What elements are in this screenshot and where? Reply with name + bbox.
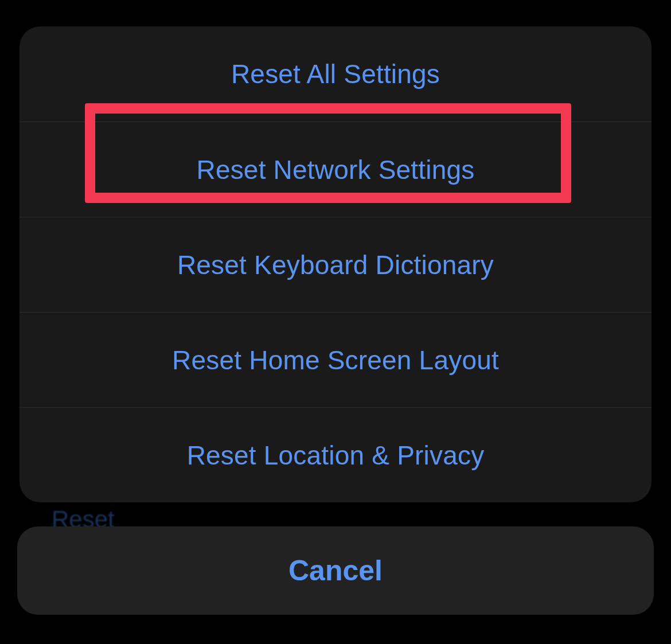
cancel-button[interactable]: Cancel xyxy=(17,526,654,615)
action-sheet-backdrop: Reset Reset All Settings Reset Network S… xyxy=(0,0,671,644)
action-label: Reset All Settings xyxy=(231,58,440,89)
action-label: Reset Home Screen Layout xyxy=(172,345,499,376)
action-label: Reset Location & Privacy xyxy=(187,440,485,471)
reset-home-screen-layout-button[interactable]: Reset Home Screen Layout xyxy=(19,312,652,407)
reset-keyboard-dictionary-button[interactable]: Reset Keyboard Dictionary xyxy=(19,217,652,312)
action-label: Reset Keyboard Dictionary xyxy=(177,249,494,280)
action-label: Reset Network Settings xyxy=(196,154,474,185)
reset-location-privacy-button[interactable]: Reset Location & Privacy xyxy=(19,407,652,502)
cancel-label: Cancel xyxy=(288,554,383,587)
reset-network-settings-button[interactable]: Reset Network Settings xyxy=(19,122,652,217)
reset-action-sheet: Reset All Settings Reset Network Setting… xyxy=(19,26,652,502)
reset-all-settings-button[interactable]: Reset All Settings xyxy=(19,26,652,122)
